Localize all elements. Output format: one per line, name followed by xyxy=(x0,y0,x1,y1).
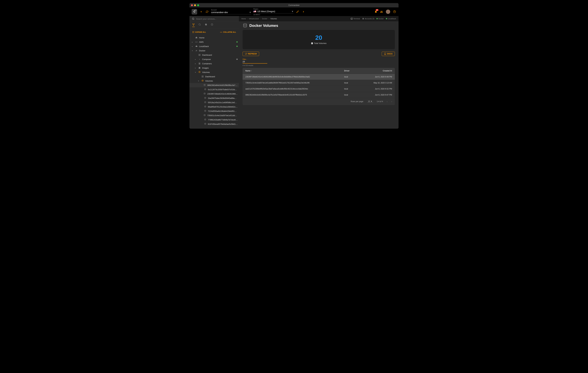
help-button[interactable] xyxy=(393,10,396,14)
window-maximize-button[interactable] xyxy=(197,4,199,6)
svg-rect-25 xyxy=(199,67,200,67)
account-label: Account xyxy=(211,9,251,11)
expand-all-button[interactable]: EXPAND ALL xyxy=(192,31,206,33)
region-code: us-west-2 xyxy=(253,14,294,15)
svg-rect-20 xyxy=(200,54,200,55)
chart-icon xyxy=(311,42,313,44)
results-count: 4 of 20 results xyxy=(242,64,395,66)
tree-item[interactable]: ▸ Images xyxy=(189,66,239,70)
account-selector[interactable]: Account commandeer-dev ▼ xyxy=(211,9,251,14)
search-icon xyxy=(192,18,194,20)
tree-item[interactable]: 2ba3f4f7bdec5936d5845a89a9b54653562bf xyxy=(189,96,239,100)
window-minimize-button[interactable] xyxy=(194,4,196,6)
tree-item[interactable]: 69a8f5e878125c0da1d3bfe82ce587ac14f8d xyxy=(189,105,239,109)
svg-rect-7 xyxy=(194,24,194,24)
tree-item[interactable]: 735001c3c4e10a587de1e51dd6d2fb5f47f661bd… xyxy=(189,113,239,118)
user-avatar[interactable] xyxy=(386,10,390,14)
tree-item[interactable]: Dashboard xyxy=(189,74,239,79)
tree-item[interactable]: ▸ Containers xyxy=(189,61,239,66)
column-name[interactable]: Name ↑ xyxy=(245,70,344,72)
breadcrumb-item[interactable]: Infrastructure xyxy=(249,18,259,20)
svg-point-13 xyxy=(199,24,200,25)
docs-button[interactable]: DOCS xyxy=(382,52,395,56)
edit-button[interactable] xyxy=(296,10,299,14)
tree-item[interactable]: 2303f9726bb8243c41460919992db9903b3c8e3b… xyxy=(189,92,239,96)
refresh-volumes-button[interactable]: REFRESH xyxy=(242,52,259,56)
tree-item[interactable]: 7224d550a4b196afe428ebf917bd395a9e0f3 xyxy=(189,109,239,113)
titlebar: Commandeer xyxy=(189,3,399,7)
tree-item[interactable]: ▸ LocalStack xyxy=(189,44,239,49)
stats-card: 20 Total Volumes xyxy=(242,30,395,49)
table-row[interactable]: 0892362e64c0cb51f9b5f8ccfa75c2e5d799aede… xyxy=(242,92,395,98)
notification-badge: 47 xyxy=(376,9,378,11)
svg-rect-19 xyxy=(199,54,199,55)
tab-settings-icon[interactable] xyxy=(205,23,207,27)
svg-point-33 xyxy=(205,89,206,89)
tab-search-icon[interactable] xyxy=(199,23,201,27)
svg-point-23 xyxy=(199,59,200,60)
breadcrumb-item[interactable]: Docker xyxy=(262,18,267,20)
app-logo[interactable]: C xyxy=(192,9,197,14)
svg-rect-17 xyxy=(193,32,193,33)
svg-rect-16 xyxy=(194,31,194,32)
table-row[interactable]: aad21c5761566e8f920e5ac38af7a8aca5cdd8cf… xyxy=(242,86,395,92)
prev-page-button[interactable]: ‹ xyxy=(387,100,388,103)
tree-item[interactable]: 0c212873c205975db637cf15d05ef0bd6ff82 xyxy=(189,87,239,92)
table-row[interactable]: 2303f9726bb8243c41460919992db9903b3c8e3b… xyxy=(242,74,395,80)
column-created[interactable]: Created At xyxy=(366,70,392,72)
svg-point-38 xyxy=(204,110,206,111)
next-page-button[interactable]: › xyxy=(391,100,392,103)
search-input[interactable] xyxy=(196,18,236,20)
localstack-status[interactable]: LocalStack xyxy=(386,18,396,20)
window-close-button[interactable] xyxy=(191,4,193,6)
breadcrumb-item[interactable]: Home xyxy=(241,18,246,20)
account-value: commandeer-dev xyxy=(211,11,228,14)
breadcrumb-bar: Home› Infrastructure› Docker› Volumes Te… xyxy=(239,16,399,21)
total-volumes-value: 20 xyxy=(247,34,390,41)
svg-rect-6 xyxy=(193,24,193,24)
add-button[interactable] xyxy=(199,10,203,14)
invite-button[interactable] xyxy=(380,10,383,14)
tree-item[interactable]: ▾ Volumes xyxy=(189,70,239,74)
svg-point-37 xyxy=(204,106,206,106)
rows-per-page-select[interactable]: 10 ▼ xyxy=(367,100,373,103)
svg-rect-27 xyxy=(202,76,202,76)
tree-item[interactable]: 0892362e64c0cb51f9b5f8ccfa75c2e5d799aede… xyxy=(189,83,239,87)
refresh-button[interactable] xyxy=(205,10,209,14)
table-row[interactable]: 735001c3c4e10a587de1e51dd6d2fb5f47f661bd… xyxy=(242,80,395,86)
tree-item[interactable]: 55f18a145d1fcc1e69f586c2e0e56d13383a5 xyxy=(189,100,239,105)
tree-item[interactable]: Home xyxy=(189,35,239,40)
tree-item[interactable]: 8197d5bea8578e8a0ae5c58d1ea0903cd779 xyxy=(189,122,239,126)
terminal-link[interactable]: Terminal xyxy=(351,18,360,20)
column-driver[interactable]: Driver xyxy=(344,70,366,72)
tree-item[interactable]: ▸ Compose xyxy=(189,57,239,61)
filter-input[interactable] xyxy=(242,60,269,63)
accounts-link[interactable]: Accounts (3) xyxy=(362,18,374,20)
topbar: C Account commandeer-dev ▼ Region US Wes… xyxy=(189,7,399,16)
tree-item[interactable]: Dashboard xyxy=(189,53,239,57)
tree-item[interactable]: ▾ Volumes xyxy=(189,79,239,83)
collapse-all-button[interactable]: — COLLAPSE ALL xyxy=(220,31,236,33)
svg-point-4 xyxy=(192,18,194,20)
region-selector[interactable]: Region US West (Oregon) ▼ us-west-2 xyxy=(253,8,294,15)
svg-rect-15 xyxy=(193,31,193,32)
svg-rect-21 xyxy=(199,55,199,56)
tab-tree-icon[interactable] xyxy=(192,23,195,27)
tree-item[interactable]: ▸ aws AWS xyxy=(189,40,239,44)
svg-rect-30 xyxy=(203,77,203,77)
sort-asc-icon: ↑ xyxy=(251,70,252,72)
tree-item[interactable]: ▾ Docker xyxy=(189,49,239,53)
svg-rect-46 xyxy=(312,43,312,44)
notifications-button[interactable]: 47 xyxy=(374,10,377,13)
forward-button[interactable] xyxy=(302,10,305,14)
tree-item[interactable]: 778f82430affd77d64fa7b7dcd4955c442131 xyxy=(189,118,239,122)
svg-point-39 xyxy=(204,114,205,115)
tab-history-icon[interactable] xyxy=(211,23,213,27)
docker-status[interactable]: Docker xyxy=(377,18,384,20)
sidebar: EXPAND ALL — COLLAPSE ALL Home ▸ aws AWS… xyxy=(189,16,239,129)
svg-rect-28 xyxy=(203,76,203,76)
rows-per-page-label: Rows per page: xyxy=(351,101,364,103)
svg-point-43 xyxy=(243,24,247,25)
filter-label: Filter... xyxy=(242,59,395,60)
volumes-icon xyxy=(242,23,248,28)
